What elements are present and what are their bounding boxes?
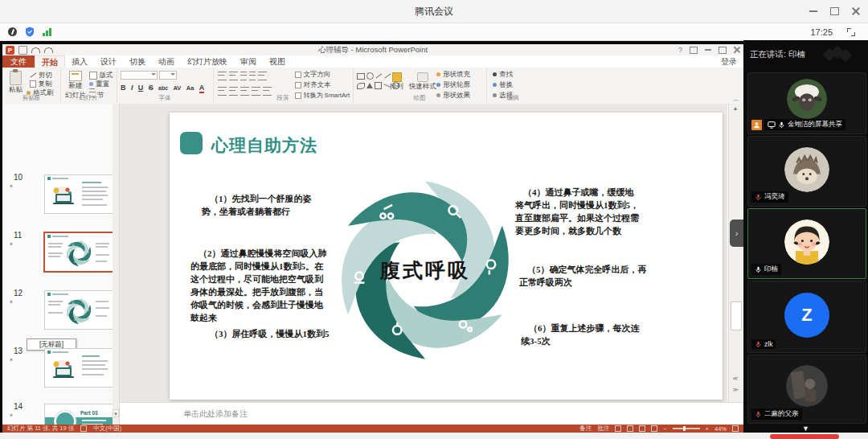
participant-tile[interactable]: 冯奕琦 <box>747 136 866 207</box>
sidebar-collapse-handle[interactable]: › <box>730 220 743 247</box>
replace-button[interactable]: 替换 <box>493 80 513 90</box>
participant-tile[interactable]: 金翊洁的屏幕共享 <box>747 72 866 134</box>
change-case-button[interactable]: Aa <box>186 84 194 92</box>
sign-in-link[interactable]: 登录 <box>721 55 737 68</box>
ppt-window-title: 心理辅导 - Microsoft PowerPoint <box>2 44 743 55</box>
tab-home[interactable]: 开始 <box>35 55 65 68</box>
slide-thumbnail-11-selected[interactable] <box>43 232 115 273</box>
redo-icon[interactable] <box>44 47 53 53</box>
font-color-button[interactable]: A <box>199 84 205 93</box>
comments-toggle[interactable]: 批注 <box>597 425 609 433</box>
thumb-scroll-down-icon[interactable]: ▼ <box>113 409 119 417</box>
scroll-up-icon[interactable]: ▲ <box>731 105 740 111</box>
more-participants-icon[interactable]: ▼ <box>743 425 868 433</box>
slide-scrollbar[interactable]: ▲ ≪ ≫ <box>728 104 743 402</box>
spellcheck-icon[interactable] <box>80 425 87 432</box>
save-icon[interactable] <box>18 46 27 55</box>
participant-tile[interactable]: 二麻的父亲 <box>747 355 866 424</box>
char-spacing-button[interactable]: AV <box>173 84 181 92</box>
step-6: （6）重复上述步骤，每次连续3-5次 <box>521 322 645 348</box>
language-status[interactable]: 中文(中国) <box>93 425 121 433</box>
shape-outline-button[interactable]: 形状轮廓 <box>436 80 470 90</box>
slide-thumbnail-12[interactable] <box>44 290 113 330</box>
help-icon[interactable]: ? <box>678 46 682 54</box>
list-buttons[interactable] <box>218 72 269 82</box>
thumbnails-scrollbar[interactable]: ▼ <box>113 104 119 425</box>
avatar-photo-dark <box>786 365 828 407</box>
tab-insert[interactable]: 插入 <box>65 55 94 68</box>
laptop-illustration <box>50 359 77 380</box>
slideshow-view-icon[interactable] <box>651 425 657 432</box>
fit-slide-icon[interactable] <box>732 425 739 432</box>
zoom-level[interactable]: 44% <box>714 425 727 433</box>
text-direction-button[interactable]: 文字方向 <box>295 70 330 80</box>
slide-thumbnail-14[interactable]: Part 03 <box>44 404 113 425</box>
ppt-restore-icon[interactable] <box>719 47 727 54</box>
powerpoint-logo-icon[interactable]: P <box>6 46 14 55</box>
reading-view-icon[interactable] <box>639 425 645 432</box>
font-name-select[interactable] <box>121 71 177 81</box>
participants-sidebar: 正在讲话: 印楠 金翊洁的屏幕共享 <box>743 40 868 433</box>
normal-view-icon[interactable] <box>615 425 621 432</box>
tab-transitions[interactable]: 切换 <box>123 55 152 68</box>
tab-file[interactable]: 文件 <box>2 55 35 68</box>
previous-slide-icon[interactable]: ≪ <box>731 375 740 382</box>
tab-review[interactable]: 审阅 <box>234 55 263 68</box>
maximize-icon[interactable] <box>830 7 839 15</box>
slide-thumbnail-13[interactable] <box>44 348 113 388</box>
ribbon-display-icon[interactable] <box>690 47 698 54</box>
notes-pane[interactable]: 单击此处添加备注 <box>120 402 743 425</box>
chevron-right-icon: › <box>735 228 739 238</box>
zoom-in-icon[interactable]: + <box>706 425 709 433</box>
end-meeting-button[interactable] <box>770 434 839 439</box>
tab-view[interactable]: 视图 <box>263 55 292 68</box>
avatar-maruko <box>784 220 829 265</box>
fullscreen-icon[interactable] <box>847 28 855 36</box>
group-slides: 新建 幻灯片 版式 重置 节 幻灯片 <box>60 68 117 103</box>
thumb-number-12: 12 <box>14 289 23 297</box>
participant-tile-speaking[interactable]: 印楠 <box>747 208 866 279</box>
security-shield-icon[interactable] <box>25 27 35 37</box>
slide[interactable]: 心理自助方法 （1）先找到一个舒服的姿势，坐着或者躺着都行 （2）通过鼻腔慢慢将… <box>170 113 723 400</box>
group-editing: 查找 替换 选择 编辑 <box>486 68 539 103</box>
strikethrough-button[interactable]: S <box>149 84 154 92</box>
next-slide-icon[interactable]: ≫ <box>731 387 740 393</box>
find-button[interactable]: 查找 <box>493 70 513 80</box>
paste-button[interactable]: 粘贴 <box>9 71 23 95</box>
notes-toggle[interactable]: 备注 <box>579 425 592 433</box>
collapse-ribbon-icon[interactable]: ︿ <box>733 95 739 104</box>
slide-thumbnail-10[interactable] <box>44 174 113 214</box>
underline-button[interactable]: U <box>138 84 144 92</box>
close-icon[interactable] <box>852 7 860 15</box>
undo-icon[interactable] <box>31 47 40 53</box>
notes-placeholder: 单击此处添加备注 <box>183 408 248 420</box>
swirl-diagram[interactable]: 腹式呼吸 <box>332 177 518 363</box>
bold-button[interactable]: B <box>121 84 126 92</box>
meeting-toolbar-strip <box>0 433 868 439</box>
step-3: （3）屏住呼吸，慢慢从1数到5 <box>202 328 338 341</box>
italic-button[interactable]: I <box>131 84 133 92</box>
ppt-close-icon[interactable] <box>734 47 740 53</box>
slide-sorter-view-icon[interactable] <box>627 425 633 432</box>
text-shadow-button[interactable]: abc <box>158 85 168 91</box>
participant-tile[interactable]: Z zlk <box>747 281 866 353</box>
network-signal-icon[interactable] <box>43 28 51 36</box>
shape-fill-button[interactable]: 形状填充 <box>436 70 470 80</box>
meeting-info-icon[interactable] <box>8 27 17 36</box>
align-text-button[interactable]: 对齐文本 <box>295 80 330 90</box>
scrollbar-thumb[interactable] <box>731 302 742 330</box>
quick-styles-button[interactable]: 快速样式 <box>409 72 436 92</box>
arrange-button[interactable]: 排列 <box>390 72 403 92</box>
new-slide-icon <box>69 71 82 81</box>
zoom-out-icon[interactable]: − <box>663 425 666 433</box>
ppt-minimize-icon[interactable] <box>705 49 711 51</box>
slide-thumbnails-panel: 10 ✶ 11 ✶ <box>2 104 120 425</box>
quick-styles-icon <box>417 72 428 82</box>
minimize-icon[interactable] <box>809 10 817 12</box>
thumb-number-11: 11 <box>14 231 22 240</box>
zoom-slider[interactable] <box>673 428 700 429</box>
tab-slideshow[interactable]: 幻灯片放映 <box>181 55 234 68</box>
tab-animations[interactable]: 动画 <box>152 55 181 68</box>
tab-design[interactable]: 设计 <box>94 55 123 68</box>
meeting-window-controls <box>809 7 860 15</box>
